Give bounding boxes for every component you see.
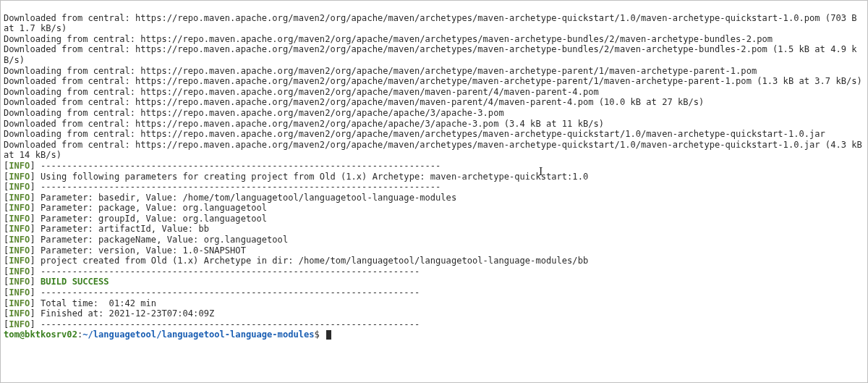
info-total-time: Total time: 01:42 min	[41, 298, 156, 308]
terminal-cursor	[326, 330, 331, 340]
info-tag: [INFO]	[4, 161, 35, 171]
download-line: Downloaded from central: https://repo.ma…	[4, 140, 867, 161]
info-finished-at: Finished at: 2021-12-23T07:04:09Z	[41, 308, 214, 319]
prompt-path: ~/languagetool/languagetool-language-mod…	[82, 329, 314, 340]
info-tag: [INFO]	[4, 172, 35, 182]
info-sep-bold: ----------------------------------------…	[41, 319, 420, 329]
info-sep-bold: ----------------------------------------…	[41, 266, 420, 277]
download-line: Downloaded from central: https://repo.ma…	[4, 44, 857, 65]
download-line: Downloading from central: https://repo.m…	[4, 108, 504, 118]
info-sep-line: ----------------------------------------…	[41, 182, 441, 192]
info-tag: [INFO]	[4, 308, 35, 319]
info-tag: [INFO]	[4, 245, 35, 256]
prompt-dollar: $	[315, 329, 326, 340]
info-tag: [INFO]	[4, 266, 35, 277]
download-line: Downloading from central: https://repo.m…	[4, 87, 599, 97]
info-tag: [INFO]	[4, 319, 35, 329]
info-tag: [INFO]	[4, 214, 35, 224]
info-tag: [INFO]	[4, 182, 35, 192]
info-param: Parameter: artifactId, Value: bb	[41, 224, 209, 234]
info-tag: [INFO]	[4, 256, 35, 266]
info-tag: [INFO]	[4, 277, 35, 287]
info-tag: [INFO]	[4, 203, 35, 213]
terminal-window[interactable]: Downloaded from central: https://repo.ma…	[0, 0, 868, 383]
info-param: Parameter: version, Value: 1.0-SNAPSHOT	[41, 245, 246, 256]
info-param: Parameter: packageName, Value: org.langu…	[41, 235, 288, 245]
download-line: Downloaded from central: https://repo.ma…	[4, 119, 604, 129]
download-line: Downloaded from central: https://repo.ma…	[4, 97, 704, 107]
info-message: Using following parameters for creating …	[41, 172, 588, 182]
info-project-created: project created from Old (1.x) Archetype…	[41, 256, 588, 266]
info-param: Parameter: package, Value: org.languaget…	[41, 203, 267, 213]
info-sep-line: ----------------------------------------…	[41, 161, 441, 171]
info-tag: [INFO]	[4, 287, 35, 298]
build-success: BUILD SUCCESS	[41, 277, 109, 287]
info-tag: [INFO]	[4, 298, 35, 308]
download-line: Downloading from central: https://repo.m…	[4, 34, 773, 44]
info-sep-bold: ----------------------------------------…	[41, 287, 420, 298]
download-line: Downloaded from central: https://repo.ma…	[4, 76, 862, 86]
prompt-user-host: tom@bktkosrv02	[4, 329, 77, 340]
download-line: Downloading from central: https://repo.m…	[4, 66, 757, 76]
info-tag: [INFO]	[4, 193, 35, 203]
info-tag: [INFO]	[4, 235, 35, 245]
download-line: Downloading from central: https://repo.m…	[4, 129, 825, 139]
info-tag: [INFO]	[4, 224, 35, 234]
info-param: Parameter: basedir, Value: /home/tom/lan…	[41, 193, 456, 203]
info-param: Parameter: groupId, Value: org.languaget…	[41, 214, 267, 224]
download-line: Downloaded from central: https://repo.ma…	[4, 13, 862, 34]
